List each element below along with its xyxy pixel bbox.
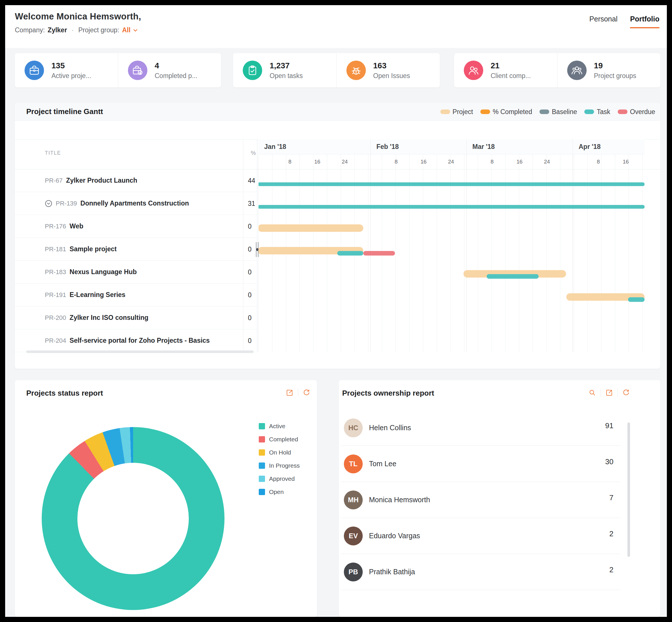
refresh-icon[interactable] — [622, 389, 630, 396]
open-issues-card[interactable]: 163Open Issues — [336, 53, 440, 88]
task-bar[interactable] — [258, 182, 644, 186]
search-icon[interactable] — [589, 389, 596, 396]
task-bar[interactable] — [337, 251, 363, 255]
expand-icon[interactable] — [286, 389, 293, 396]
gantt-row[interactable]: PR-67Zylker Product Launch — [15, 169, 257, 192]
ownership-row[interactable]: EVEduardo Vargas2 — [339, 518, 660, 554]
status-legend-label: Completed — [269, 436, 298, 443]
status-report-actions — [286, 389, 310, 397]
project-percent: 31 — [248, 192, 257, 215]
legend-item-baseline: Baseline — [539, 108, 577, 116]
ownership-report-panel: Projects ownership report HCHelen Collin… — [339, 380, 660, 617]
day-tick-label: 16 — [314, 159, 320, 165]
project-name: Zylker Inc ISO consulting — [70, 314, 149, 321]
stat-value: 19 — [594, 61, 636, 70]
welcome-title: Welcome Monica Hemsworth, — [15, 11, 141, 22]
chevron-down-circle-icon[interactable] — [44, 199, 53, 208]
tab-portfolio[interactable]: Portfolio — [630, 15, 660, 28]
ownership-row[interactable]: MHMonica Hemsworth7 — [339, 482, 660, 518]
day-tick-label: 24 — [544, 159, 550, 165]
people-three-icon — [571, 65, 583, 76]
project-id: PR-183 — [45, 268, 66, 276]
stat-label: Client comp... — [491, 72, 531, 80]
project-name: Nexus Language Hub — [70, 268, 137, 276]
status-legend-swatch — [259, 489, 265, 495]
clipboard-check-icon-wrap — [243, 61, 262, 80]
avatar: HC — [344, 418, 363, 437]
stat-card-group: 1,237Open tasks163Open Issues — [233, 53, 440, 88]
stat-value: 21 — [491, 61, 531, 70]
owner-project-count: 30 — [605, 457, 613, 466]
avatar: TL — [344, 454, 363, 473]
status-legend-swatch — [259, 436, 265, 443]
status-donut-chart[interactable] — [42, 427, 224, 610]
refresh-icon[interactable] — [303, 389, 310, 396]
bug-icon — [350, 65, 362, 76]
gantt-row[interactable]: PR-181Sample project — [15, 238, 257, 261]
gantt-row[interactable]: PR-191E-Learning Series — [15, 283, 257, 306]
completed-projects-card[interactable]: 4Completed p... — [118, 53, 221, 88]
gantt-row[interactable]: PR-183Nexus Language Hub — [15, 261, 257, 283]
expand-icon[interactable] — [605, 389, 613, 396]
day-tick-label: 8 — [289, 159, 292, 165]
legend-swatch — [584, 109, 594, 114]
avatar: PB — [344, 562, 363, 581]
client-companies-card[interactable]: 21Client comp... — [454, 53, 557, 88]
ownership-row-list: HCHelen Collins91TLTom Lee30MHMonica Hem… — [339, 410, 660, 590]
company-label: Company: — [15, 26, 45, 34]
clipboard-check-icon — [247, 65, 258, 76]
status-legend: ActiveCompletedOn HoldIn ProgressApprove… — [259, 423, 300, 495]
project-percent: 0 — [248, 329, 257, 352]
legend-swatch — [539, 109, 549, 114]
status-legend-swatch — [259, 462, 265, 469]
owner-name: Eduardo Vargas — [369, 532, 420, 540]
page-header: Welcome Monica Hemsworth, Company: Zylke… — [15, 11, 141, 34]
tab-personal[interactable]: Personal — [590, 15, 618, 28]
project-id: PR-176 — [45, 223, 66, 230]
owner-name: Prathik Bathija — [369, 568, 415, 576]
briefcase-icon-wrap — [25, 61, 44, 80]
ownership-row[interactable]: TLTom Lee30 — [339, 446, 660, 482]
project-bar[interactable] — [258, 224, 363, 232]
project-id: PR-204 — [45, 337, 66, 344]
ownership-row[interactable]: HCHelen Collins91 — [339, 410, 660, 446]
status-legend-item-on-hold: On Hold — [259, 449, 300, 456]
project-group-dropdown[interactable]: All — [122, 26, 138, 34]
month-cell: Jan '18 — [258, 139, 370, 154]
stat-text: 163Open Issues — [373, 61, 410, 80]
legend-label: % Completed — [493, 108, 532, 116]
legend-item-overdue: Overdue — [618, 108, 655, 116]
task-bar[interactable] — [258, 205, 644, 209]
gantt-row[interactable]: PR-139Donnelly Apartments Construction — [15, 192, 257, 215]
month-label: Mar '18 — [472, 143, 495, 151]
day-tick-label: 16 — [623, 159, 629, 165]
owner-name: Tom Lee — [369, 460, 397, 468]
task-bar[interactable] — [628, 297, 644, 302]
stat-value: 135 — [51, 61, 91, 70]
view-tabs: PersonalPortfolio — [590, 15, 660, 28]
ownership-scrollbar-thumb[interactable] — [628, 422, 630, 557]
open-tasks-card[interactable]: 1,237Open tasks — [233, 53, 336, 88]
project-percent: 0 — [248, 261, 257, 283]
project-percent: 0 — [248, 238, 257, 261]
active-projects-card[interactable]: 135Active proje... — [15, 53, 118, 88]
day-tick-label: 16 — [420, 159, 426, 165]
people-two-icon-wrap — [464, 61, 483, 80]
legend-item---completed: % Completed — [480, 108, 532, 116]
task-bar[interactable] — [487, 274, 538, 279]
gantt-col-title-header: TITLE — [45, 150, 61, 156]
people-two-icon — [468, 65, 479, 76]
gantt-horizontal-scrollbar[interactable] — [26, 350, 254, 353]
project-groups-card[interactable]: 19Project groups — [557, 53, 661, 88]
stat-value: 163 — [373, 61, 410, 70]
overdue-bar[interactable] — [363, 251, 395, 255]
stat-card-group: 21Client comp...19Project groups — [454, 53, 660, 88]
legend-swatch — [440, 109, 450, 114]
ownership-row[interactable]: PBPrathik Bathija2 — [339, 554, 660, 590]
project-name: Self-service portal for Zoho Projects - … — [70, 337, 210, 344]
gantt-row[interactable]: PR-204Self-service portal for Zoho Proje… — [15, 329, 257, 352]
owner-project-count: 91 — [605, 421, 613, 430]
gantt-row[interactable]: PR-176Web — [15, 215, 257, 238]
status-report-title: Projects status report — [26, 389, 103, 398]
gantt-row[interactable]: PR-200Zylker Inc ISO consulting — [15, 306, 257, 329]
